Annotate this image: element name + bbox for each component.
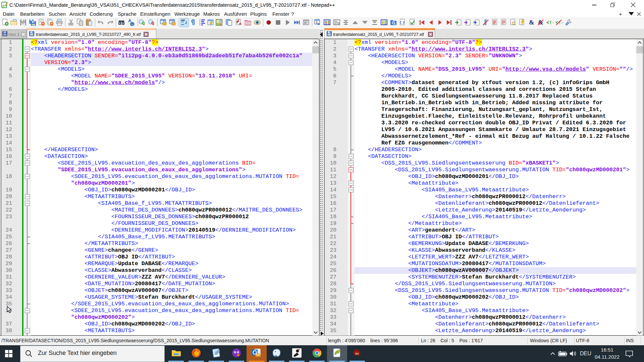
svg-text:64: 64 <box>355 352 359 355</box>
svg-text:<!--: <!-- <box>546 20 553 25</box>
svg-text:&: & <box>529 19 534 26</box>
svg-text:1: 1 <box>316 21 318 24</box>
